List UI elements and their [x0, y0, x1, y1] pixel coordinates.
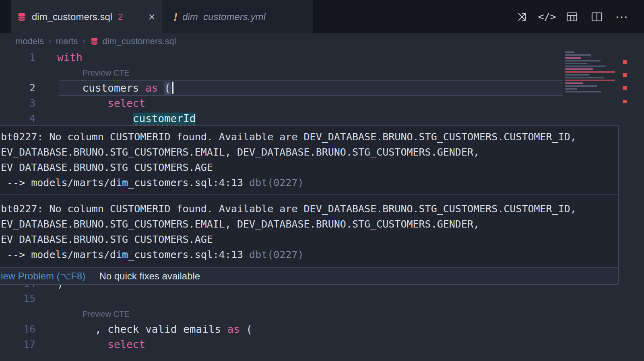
- code-line-17[interactable]: 17 select: [0, 337, 621, 352]
- code-line-3[interactable]: 3 select: [0, 96, 621, 111]
- split-editor-icon[interactable]: [590, 10, 604, 24]
- minimap-line: [565, 71, 615, 73]
- minimap-line: [565, 66, 605, 67]
- line-number: 15: [0, 291, 35, 306]
- minimap-line: [565, 77, 604, 78]
- database-icon: [90, 37, 99, 46]
- minimap-line: [565, 60, 601, 62]
- keyword-as: as: [145, 82, 158, 94]
- space: [158, 82, 164, 94]
- no-quick-fixes-text: No quick fixes available: [99, 271, 200, 282]
- close-icon[interactable]: ×: [148, 11, 155, 23]
- hover-location: --> models/marts/dim_customers.sql:4:13: [1, 177, 249, 189]
- codelens-preview-cte[interactable]: Preview CTE: [83, 65, 130, 80]
- code-line-1[interactable]: 1 with: [0, 50, 621, 65]
- open-paren: (: [240, 323, 252, 335]
- tab-bar: dim_customers.sql 2 × ! dim_customers.ym…: [0, 0, 644, 33]
- hover-divider: [0, 194, 618, 195]
- database-icon: [17, 12, 27, 22]
- minimap-line: [565, 91, 601, 92]
- breadcrumb-file-label: dim_customers.sql: [102, 36, 176, 47]
- chevron-right-icon: ›: [48, 36, 52, 47]
- hover-message-line: bt0227: No column CUSTOMERID found. Avai…: [0, 129, 618, 145]
- keyword-with: with: [57, 51, 83, 64]
- hover-source: dbt(0227): [249, 249, 303, 260]
- error-token-customerid: customerId: [133, 113, 196, 125]
- table-icon[interactable]: [565, 10, 579, 24]
- minimap-line: [565, 54, 591, 56]
- line-number: 17: [0, 337, 35, 352]
- breadcrumb-item-marts[interactable]: marts: [56, 36, 78, 47]
- breadcrumb-item-models[interactable]: models: [15, 36, 44, 47]
- identifier-customers: customers: [57, 82, 145, 94]
- minimap-line: [565, 68, 593, 70]
- line-number: 2: [0, 80, 35, 96]
- line-number: 4: [0, 111, 35, 126]
- hover-status-bar: iew Problem (⌥F8) No quick fixes availab…: [0, 267, 618, 284]
- identifier-check-valid-emails: check_valid_emails: [107, 323, 221, 335]
- error-mark: [623, 100, 627, 103]
- tab-dim-customers-sql[interactable]: dim_customers.sql 2 ×: [11, 0, 162, 33]
- editor-window: dim_customers.sql 2 × ! dim_customers.ym…: [0, 0, 644, 361]
- code-preview-icon[interactable]: </>: [540, 10, 554, 24]
- hover-message-line: EV_DATABASE.BRUNO.STG_CUSTOMERS.AGE: [0, 232, 618, 247]
- keyword-as: as: [227, 323, 240, 335]
- text-cursor: [172, 82, 173, 94]
- editor-actions: </> ⋯: [515, 0, 644, 33]
- hover-message-line: EV_DATABASE.BRUNO.STG_CUSTOMERS.EMAIL, D…: [0, 145, 618, 160]
- hover-diagnostic-1: bt0227: No column CUSTOMERID found. Avai…: [0, 126, 618, 191]
- line-number: 1: [0, 50, 35, 65]
- code-line-15[interactable]: 15: [0, 291, 621, 306]
- hover-diagnostic-2: bt0227: No column CUSTOMERID found. Avai…: [0, 198, 618, 263]
- tabbar-spacer: [0, 0, 11, 33]
- minimap-line: [565, 82, 583, 84]
- codelens-preview-cte[interactable]: Preview CTE: [83, 306, 130, 322]
- minimap-line: [565, 57, 581, 59]
- tab-modified-badge: 2: [118, 12, 123, 22]
- codelens-row: Preview CTE: [0, 65, 621, 80]
- keyword-select: select: [107, 338, 145, 351]
- code-bottom-block: 14 ) 15 Preview CTE 16 , check_valid_ema…: [0, 276, 621, 352]
- hover-popup: bt0227: No column CUSTOMERID found. Avai…: [0, 125, 619, 285]
- line-number: 16: [0, 322, 35, 337]
- crossed-arrows-icon[interactable]: [515, 10, 529, 24]
- code-line-2[interactable]: 2 customers as (: [0, 80, 621, 96]
- warning-icon: !: [173, 10, 178, 24]
- chevron-right-icon: ›: [83, 36, 86, 47]
- indent: [57, 97, 107, 109]
- keyword-select: select: [107, 97, 145, 109]
- minimap-line: [565, 51, 574, 53]
- hover-source: dbt(0227): [249, 177, 303, 189]
- code-line-16[interactable]: 16 , check_valid_emails as (: [0, 322, 621, 337]
- more-actions-icon[interactable]: ⋯: [615, 10, 629, 24]
- indent: [57, 338, 107, 351]
- minimap-line: [565, 74, 589, 76]
- minimap-line: [565, 88, 577, 90]
- view-problem-link[interactable]: iew Problem (⌥F8): [1, 271, 85, 282]
- indent: [57, 113, 133, 125]
- error-mark: [623, 73, 627, 77]
- minimap-line: [565, 80, 615, 81]
- hover-message-line: EV_DATABASE.BRUNO.STG_CUSTOMERS.AGE: [0, 160, 618, 175]
- minimap-line: [565, 85, 597, 87]
- error-mark: [623, 60, 627, 64]
- line-number: 3: [0, 96, 35, 111]
- tab-dim-customers-yml[interactable]: ! dim_customers.yml: [162, 0, 313, 33]
- tab-label: dim_customers.yml: [182, 11, 266, 23]
- breadcrumb-item-file[interactable]: dim_customers.sql: [90, 36, 176, 47]
- minimap-line: [565, 63, 587, 64]
- hover-message-line: bt0227: No column CUSTOMERID found. Avai…: [0, 201, 618, 217]
- minimap[interactable]: [565, 51, 621, 94]
- tab-label: dim_customers.sql: [32, 11, 112, 23]
- code-top-block: 1 with Preview CTE 2 customers as ( 3 se…: [0, 50, 621, 126]
- punct: ,: [57, 323, 107, 335]
- code-line-4[interactable]: 4 customerId: [0, 111, 621, 126]
- codelens-row: Preview CTE: [0, 306, 621, 322]
- hover-location: --> models/marts/dim_customers.sql:4:13: [1, 249, 249, 260]
- open-paren-bracket: (: [164, 82, 171, 94]
- space: [221, 323, 227, 335]
- error-mark: [623, 86, 627, 90]
- hover-message-line: EV_DATABASE.BRUNO.STG_CUSTOMERS.EMAIL, D…: [0, 217, 618, 232]
- breadcrumb: models › marts › dim_customers.sql: [0, 33, 644, 49]
